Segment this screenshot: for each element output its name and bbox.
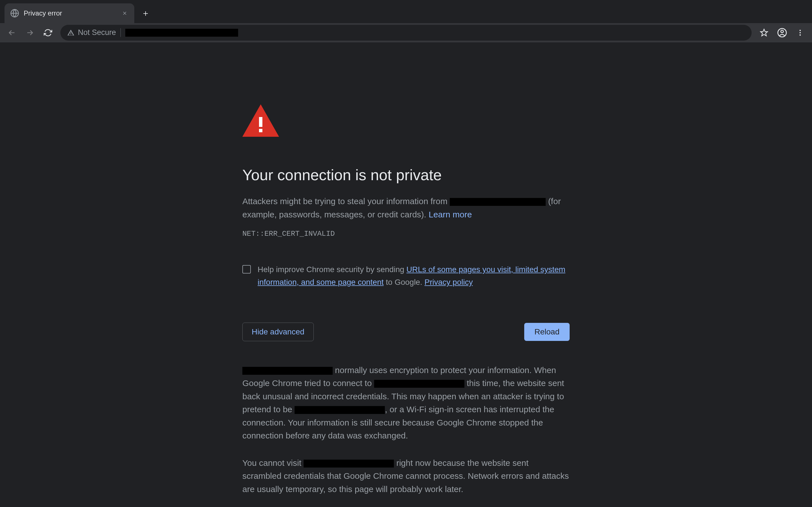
svg-point-3: [800, 30, 801, 31]
error-interstitial: Your connection is not private Attackers…: [242, 104, 570, 507]
redacted-domain: [294, 406, 385, 414]
tab-strip: Privacy error: [0, 0, 812, 23]
error-heading: Your connection is not private: [242, 166, 570, 183]
forward-button[interactable]: [22, 25, 38, 41]
security-label: Not Secure: [78, 28, 116, 37]
browser-tab[interactable]: Privacy error: [4, 3, 134, 23]
redacted-domain: [304, 460, 394, 467]
warning-triangle-icon: [67, 29, 74, 36]
reload-page-button[interactable]: Reload: [524, 323, 570, 341]
svg-point-4: [800, 32, 801, 33]
redacted-domain: [450, 198, 546, 206]
profile-button[interactable]: [774, 25, 790, 41]
hide-advanced-button[interactable]: Hide advanced: [242, 323, 314, 341]
menu-button[interactable]: [792, 25, 808, 41]
address-bar[interactable]: Not Secure: [60, 25, 752, 41]
learn-more-link[interactable]: Learn more: [429, 210, 472, 219]
opt-in-checkbox[interactable]: [242, 265, 251, 274]
error-code: NET::ERR_CERT_INVALID: [242, 230, 570, 238]
warning-icon: [242, 104, 570, 138]
svg-point-2: [781, 30, 783, 33]
redacted-domain: [374, 380, 465, 388]
back-button[interactable]: [4, 25, 20, 41]
svg-point-5: [800, 34, 801, 36]
url-text: [125, 29, 238, 37]
security-indicator[interactable]: Not Secure: [67, 28, 121, 37]
close-icon[interactable]: [121, 9, 129, 17]
toolbar: Not Secure: [0, 23, 812, 42]
opt-in-row: Help improve Chrome security by sending …: [242, 263, 570, 289]
privacy-policy-link[interactable]: Privacy policy: [425, 278, 473, 286]
globe-icon: [10, 9, 19, 18]
page-content: Your connection is not private Attackers…: [0, 42, 812, 507]
button-row: Hide advanced Reload: [242, 323, 570, 341]
tab-title: Privacy error: [24, 9, 116, 17]
new-tab-button[interactable]: [138, 6, 154, 21]
redacted-domain: [242, 367, 333, 375]
error-description: Attackers might be trying to steal your …: [242, 195, 570, 221]
svg-rect-7: [259, 129, 262, 132]
svg-rect-6: [259, 117, 262, 127]
opt-in-text: Help improve Chrome security by sending …: [258, 263, 570, 289]
bookmark-button[interactable]: [756, 25, 772, 41]
advanced-details: normally uses encryption to protect your…: [242, 364, 570, 496]
reload-button[interactable]: [40, 25, 56, 41]
